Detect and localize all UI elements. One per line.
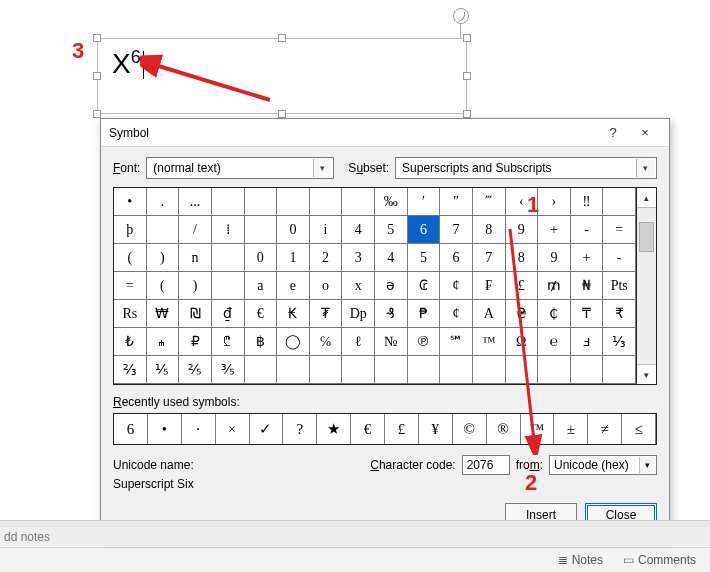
symbol-cell[interactable]: ... (179, 188, 212, 216)
symbol-cell[interactable]: 9 (538, 244, 571, 272)
symbol-cell[interactable]: o (310, 272, 343, 300)
symbol-cell[interactable]: 4 (342, 216, 375, 244)
symbol-cell[interactable]: ⅖ (179, 356, 212, 384)
symbol-cell[interactable] (277, 356, 310, 384)
symbol-cell[interactable] (310, 356, 343, 384)
symbol-cell[interactable]: ¢ (440, 272, 473, 300)
subset-select[interactable]: Superscripts and Subscripts ▾ (395, 157, 657, 179)
symbol-cell[interactable]: ₹ (603, 300, 636, 328)
recent-symbol-cell[interactable]: 6 (114, 414, 148, 444)
scroll-up-icon[interactable]: ▴ (637, 188, 656, 208)
symbol-cell[interactable] (506, 356, 539, 384)
dialog-titlebar[interactable]: Symbol ? × (101, 119, 669, 147)
symbol-cell[interactable]: ‰ (375, 188, 408, 216)
charcode-input[interactable]: 2076 (462, 455, 510, 475)
rotate-handle-icon[interactable] (453, 8, 469, 24)
symbol-cell[interactable]: £ (506, 272, 539, 300)
symbol-cell[interactable]: 2 (310, 244, 343, 272)
symbol-cell[interactable]: ₣ (473, 272, 506, 300)
symbol-cell[interactable]: ₮ (310, 300, 343, 328)
symbol-cell[interactable]: ℓ (342, 328, 375, 356)
symbol-cell[interactable]: 7 (473, 244, 506, 272)
resize-handle[interactable] (463, 72, 471, 80)
symbol-cell[interactable]: = (114, 272, 147, 300)
symbol-cell[interactable]: ( (147, 272, 180, 300)
symbol-cell[interactable]: ℅ (310, 328, 343, 356)
symbol-cell[interactable] (473, 356, 506, 384)
scroll-down-icon[interactable]: ▾ (637, 364, 656, 384)
symbol-cell[interactable]: ⅎ (571, 328, 604, 356)
grid-scrollbar[interactable]: ▴ ▾ (637, 187, 657, 385)
symbol-cell[interactable]: / (179, 216, 212, 244)
symbol-cell[interactable]: A (473, 300, 506, 328)
symbol-cell[interactable]: ₺ (114, 328, 147, 356)
recent-symbol-cell[interactable]: × (216, 414, 250, 444)
symbol-cell[interactable]: ₾ (212, 328, 245, 356)
symbol-cell[interactable]: þ (114, 216, 147, 244)
recent-symbol-cell[interactable]: ≠ (588, 414, 622, 444)
symbol-cell[interactable]: n (179, 244, 212, 272)
symbol-cell[interactable] (147, 216, 180, 244)
resize-handle[interactable] (93, 110, 101, 118)
recent-symbol-cell[interactable]: ✓ (250, 414, 284, 444)
symbol-cell[interactable]: ′ (408, 188, 441, 216)
symbol-cell[interactable]: › (538, 188, 571, 216)
symbol-cell[interactable]: ) (147, 244, 180, 272)
resize-handle[interactable] (278, 110, 286, 118)
recent-symbol-cell[interactable]: ± (554, 414, 588, 444)
symbol-cell[interactable]: ₢ (408, 272, 441, 300)
symbol-cell[interactable]: ₵ (538, 300, 571, 328)
symbol-cell[interactable] (245, 216, 278, 244)
symbol-cell[interactable] (440, 356, 473, 384)
symbol-cell[interactable]: Dp (342, 300, 375, 328)
symbol-cell[interactable] (212, 188, 245, 216)
symbol-cell[interactable]: ₥ (538, 272, 571, 300)
symbol-cell[interactable]: - (571, 216, 604, 244)
symbol-cell[interactable]: Pts (603, 272, 636, 300)
symbol-grid[interactable]: •....‰′″‴‹›‼þ/⁞0i456789+-=()n0123456789+… (113, 187, 637, 385)
symbol-cell[interactable]: ฿ (245, 328, 278, 356)
symbol-cell[interactable]: e (277, 272, 310, 300)
symbol-cell[interactable]: 9 (506, 216, 539, 244)
recent-symbol-cell[interactable]: € (351, 414, 385, 444)
symbol-cell[interactable]: Ω (506, 328, 539, 356)
symbol-cell[interactable] (277, 188, 310, 216)
symbol-cell[interactable]: ″ (440, 188, 473, 216)
symbol-cell[interactable]: € (245, 300, 278, 328)
symbol-cell[interactable]: = (603, 216, 636, 244)
symbol-cell[interactable]: ℗ (408, 328, 441, 356)
symbol-cell[interactable]: ₦ (571, 272, 604, 300)
from-select[interactable]: Unicode (hex) ▾ (549, 455, 657, 475)
symbol-cell[interactable]: ₽ (179, 328, 212, 356)
font-select[interactable]: (normal text) ▾ (146, 157, 334, 179)
symbol-cell[interactable]: . (147, 188, 180, 216)
symbol-cell[interactable]: x (342, 272, 375, 300)
symbol-cell[interactable] (310, 188, 343, 216)
symbol-cell[interactable]: 8 (473, 216, 506, 244)
recent-symbol-cell[interactable]: ® (487, 414, 521, 444)
symbol-cell[interactable]: № (375, 328, 408, 356)
recent-symbol-cell[interactable]: ™ (521, 414, 555, 444)
recent-symbol-cell[interactable]: © (453, 414, 487, 444)
symbol-cell[interactable]: + (571, 244, 604, 272)
symbol-cell[interactable]: 5 (375, 216, 408, 244)
symbol-cell[interactable]: ₩ (147, 300, 180, 328)
symbol-cell[interactable]: ⅗ (212, 356, 245, 384)
symbol-cell[interactable]: 6 (440, 244, 473, 272)
symbol-cell[interactable]: ◯ (277, 328, 310, 356)
symbol-cell[interactable]: + (538, 216, 571, 244)
resize-handle[interactable] (278, 34, 286, 42)
symbol-cell[interactable]: • (114, 188, 147, 216)
symbol-cell[interactable]: ) (179, 272, 212, 300)
symbol-cell[interactable] (212, 272, 245, 300)
recent-symbol-cell[interactable]: £ (385, 414, 419, 444)
symbol-cell[interactable]: ‴ (473, 188, 506, 216)
symbol-cell[interactable]: ⁞ (212, 216, 245, 244)
symbol-cell[interactable]: 0 (277, 216, 310, 244)
symbol-cell[interactable]: 1 (277, 244, 310, 272)
symbol-cell[interactable] (245, 356, 278, 384)
symbol-cell[interactable] (212, 244, 245, 272)
symbol-cell[interactable]: ₭ (277, 300, 310, 328)
symbol-cell[interactable]: ¢ (440, 300, 473, 328)
symbol-cell[interactable]: ™ (473, 328, 506, 356)
